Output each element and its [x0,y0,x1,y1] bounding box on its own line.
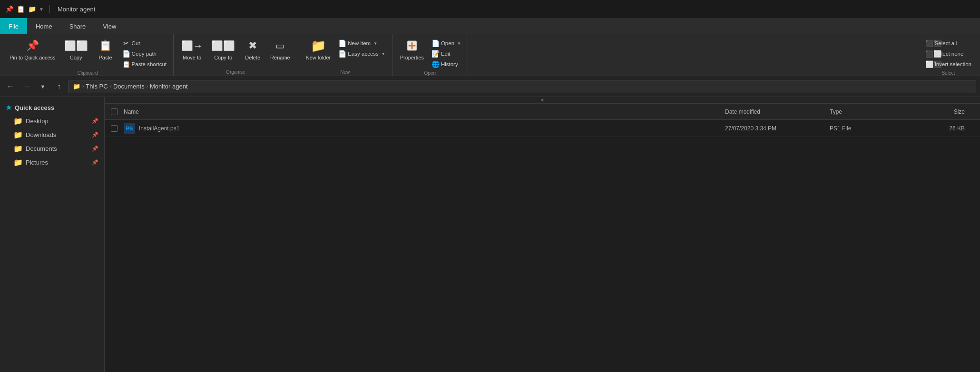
edit-button[interactable]: 📝 Edit [429,49,464,59]
new-folder-label: New folder [306,55,331,61]
path-chevron-0: › [82,84,84,89]
file-area: ▼ Name Date modified Type Size PS Instal… [105,97,980,372]
easy-access-button[interactable]: 📄 Easy access ▼ [335,49,388,59]
file-date: 27/07/2020 3:34 PM [721,125,826,132]
title-dropdown-arrow[interactable]: ▼ [39,7,44,12]
column-name-header[interactable]: Name [120,108,721,115]
select-all-button[interactable]: ⬛⬛ Select all [922,38,974,49]
sidebar-item-downloads[interactable]: 📁 Downloads 📌 [0,128,104,142]
pin-to-quick-access-button[interactable]: 📌 Pin to Quick access [6,36,59,63]
collapse-ribbon-button[interactable]: ▼ [105,97,980,104]
header-checkbox-box[interactable] [111,108,118,115]
new-content: 📁 New folder 📄 New item ▼ 📄 Easy access … [302,36,388,69]
address-path[interactable]: 📁 › This PC › Documents › Monitor agent [69,80,976,93]
select-all-icon: ⬛⬛ [925,39,933,47]
recent-locations-button[interactable]: ▼ [36,80,49,93]
invert-selection-label: Invert selection [935,61,971,67]
copy-path-button[interactable]: 📄 Copy path [119,49,170,59]
table-row[interactable]: PS InstallAgent.ps1 27/07/2020 3:34 PM P… [105,120,980,137]
file-type: PS1 File [826,125,911,132]
history-button[interactable]: 🌐 History [429,59,464,69]
paste-icon: 📋 [99,38,112,53]
select-group-label: Select [922,69,974,76]
clipboard-title-icon[interactable]: 📋 [16,5,25,13]
back-button[interactable]: ← [4,80,17,93]
properties-button[interactable]: Properties [396,36,428,63]
copy-path-label: Copy path [132,51,157,57]
address-bar: ← → ▼ ↑ 📁 › This PC › Documents › Monito… [0,76,980,97]
copy-button[interactable]: ⬜⬜ Copy [60,36,92,63]
move-to-label: Move to [183,55,201,61]
quick-access-star-icon: ★ [6,104,12,111]
rename-button[interactable]: ▭ Rename [266,36,294,63]
documents-folder-icon: 📁 [13,144,23,153]
desktop-label: Desktop [26,117,49,125]
path-chevron-2: › [147,84,148,89]
sidebar-item-documents[interactable]: 📁 Documents 📌 [0,142,104,156]
title-bar: 📌 📋 📁 ▼ Monitor agent [0,0,980,18]
file-size: 26 KB [911,125,969,132]
open-arrow: ▼ [457,41,461,46]
invert-selection-button[interactable]: ⬜⬛ Invert selection [922,59,974,69]
forward-button[interactable]: → [20,80,33,93]
select-none-icon: ⬛⬜ [925,50,933,58]
cut-button[interactable]: ✂ Cut [119,38,170,49]
paste-shortcut-button[interactable]: 📋 Paste shortcut [119,59,170,69]
file-checkbox-box[interactable] [111,125,118,132]
new-item-icon: 📄 [338,39,346,47]
path-monitor-agent[interactable]: Monitor agent [150,83,188,90]
paste-button[interactable]: 📋 Paste [93,36,118,63]
open-label: Open [441,40,454,46]
quick-access-header[interactable]: ★ Quick access [0,101,104,114]
file-checkbox[interactable] [108,125,120,132]
ribbon-group-new: 📁 New folder 📄 New item ▼ 📄 Easy access … [298,34,392,76]
column-type-header[interactable]: Type [826,108,911,115]
ps1-file-icon: PS [124,123,135,134]
path-this-pc[interactable]: This PC [86,83,108,90]
move-to-button[interactable]: ⬜→ Move to [177,36,206,63]
menu-view[interactable]: View [94,18,125,34]
ribbon-group-open: Properties 📄 Open ▼ 📝 Edit 🌐 History Ope… [392,34,468,76]
header-checkbox[interactable] [108,108,120,115]
cut-label: Cut [132,40,140,46]
menu-share[interactable]: Share [61,18,95,34]
copy-to-label: Copy to [214,55,232,61]
sidebar-item-pictures[interactable]: 📁 Pictures 📌 [0,156,104,169]
desktop-pin-icon: 📌 [92,118,98,124]
paste-label: Paste [99,55,112,61]
copy-to-button[interactable]: ⬜⬜ Copy to [207,36,239,63]
new-small-group: 📄 New item ▼ 📄 Easy access ▼ [335,36,388,59]
easy-access-icon: 📄 [338,50,346,58]
sidebar-item-desktop[interactable]: 📁 Desktop 📌 [0,114,104,128]
path-documents[interactable]: Documents [113,83,145,90]
select-none-button[interactable]: ⬛⬜ Select none [922,49,974,59]
copy-icon: ⬜⬜ [64,38,88,53]
folder-title-icon[interactable]: 📁 [28,5,36,13]
up-button[interactable]: ↑ [52,80,66,93]
new-folder-button[interactable]: 📁 New folder [302,36,335,63]
ribbon-group-clipboard: 📌 Pin to Quick access ⬜⬜ Copy 📋 Paste ✂ … [2,34,174,76]
menu-file[interactable]: File [0,18,27,34]
quick-access-label: Quick access [15,104,54,111]
file-name-cell: PS InstallAgent.ps1 [120,123,721,134]
new-group-label: New [302,69,388,75]
select-all-label: Select all [935,40,957,46]
select-none-label: Select none [935,51,964,57]
menu-home[interactable]: Home [27,18,61,34]
paste-shortcut-label: Paste shortcut [132,61,167,67]
pin-title-icon[interactable]: 📌 [5,5,13,13]
open-button[interactable]: 📄 Open ▼ [429,38,464,49]
sidebar: ★ Quick access 📁 Desktop 📌 📁 Downloads 📌… [0,97,105,372]
copy-label: Copy [70,55,82,61]
file-list-header: Name Date modified Type Size [105,104,980,120]
main-layout: ★ Quick access 📁 Desktop 📌 📁 Downloads 📌… [0,97,980,372]
organise-group-label: Organise [177,69,294,75]
delete-button[interactable]: ✖ Delete [240,36,265,63]
select-small-group: ⬛⬛ Select all ⬛⬜ Select none ⬜⬛ Invert s… [922,36,974,69]
new-item-button[interactable]: 📄 New item ▼ [335,38,388,49]
column-size-header[interactable]: Size [911,108,969,115]
path-folder-icon: 📁 [73,83,80,90]
pin-icon: 📌 [26,38,39,53]
pictures-folder-icon: 📁 [13,158,23,167]
column-date-header[interactable]: Date modified [721,108,826,115]
